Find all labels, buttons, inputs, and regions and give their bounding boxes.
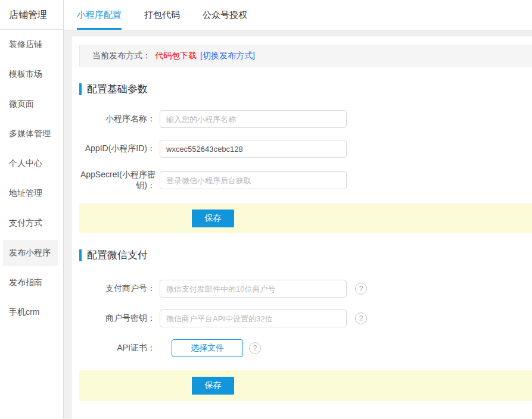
publish-mode-value: 代码包下载 [155, 51, 197, 61]
api-cert-label: API证书： [79, 343, 160, 354]
appsecret-input[interactable] [160, 171, 347, 189]
api-cert-help-icon[interactable]: ? [249, 342, 261, 354]
merchant-id-label: 支付商户号： [79, 283, 160, 294]
appid-label: AppID(小程序ID)： [79, 143, 160, 154]
config-panel: 当前发布方式： 代码包下载 [切换发布方式] 配置基础参数 小程序名称： App… [71, 36, 532, 419]
sidebar-title: 店铺管理 [0, 0, 63, 30]
publish-mode-notice: 当前发布方式： 代码包下载 [切换发布方式] [79, 45, 532, 67]
form-row-appid: AppID(小程序ID)： [79, 140, 532, 158]
tab-official-account-auth[interactable]: 公众号授权 [203, 0, 247, 30]
merchant-key-label: 商户号密钥： [79, 313, 160, 324]
form-row-merchant-key: 商户号密钥： ? [79, 309, 532, 327]
sidebar-item-mobile-crm[interactable]: 手机crm [0, 298, 63, 327]
form-row-appsecret: AppSecret(小程序密钥)： [79, 170, 532, 191]
save-bar-basic: 保存 [79, 204, 532, 233]
section-title-text: 配置微信支付 [87, 248, 148, 262]
sidebar: 店铺管理 装修店铺 模板市场 微页面 多媒体管理 个人中心 地址管理 支付方式 … [0, 0, 63, 419]
switch-publish-mode-link[interactable]: [切换发布方式] [200, 51, 255, 61]
sidebar-item-template-market[interactable]: 模板市场 [0, 60, 63, 89]
sidebar-item-decorate-shop[interactable]: 装修店铺 [0, 30, 63, 60]
sidebar-item-payment-method[interactable]: 支付方式 [0, 208, 63, 238]
sidebar-item-media-management[interactable]: 多媒体管理 [0, 119, 63, 149]
merchant-key-input[interactable] [160, 309, 347, 327]
appsecret-label: AppSecret(小程序密钥)： [79, 170, 160, 191]
form-row-api-cert: API证书： 选择文件 ? [79, 339, 532, 357]
miniprogram-name-input[interactable] [160, 110, 347, 128]
merchant-key-help-icon[interactable]: ? [355, 312, 367, 324]
form-row-miniprogram-name: 小程序名称： [79, 110, 532, 128]
choose-file-button[interactable]: 选择文件 [172, 339, 243, 357]
merchant-id-input[interactable] [160, 280, 347, 298]
save-wechat-pay-button[interactable]: 保存 [192, 377, 234, 395]
sidebar-item-publish-guide[interactable]: 发布指南 [0, 268, 63, 298]
section-title-text: 配置基础参数 [87, 82, 148, 96]
section-accent-bar [79, 249, 82, 261]
tab-miniprogram-config[interactable]: 小程序配置 [77, 0, 122, 30]
miniprogram-name-label: 小程序名称： [79, 114, 160, 124]
publish-mode-label: 当前发布方式： [92, 51, 151, 61]
sidebar-item-personal-center[interactable]: 个人中心 [0, 149, 63, 179]
sidebar-item-publish-miniprogram[interactable]: 发布小程序 [3, 240, 58, 266]
section-accent-bar [79, 83, 82, 95]
section-basic-params: 配置基础参数 [79, 83, 532, 95]
sidebar-item-address-management[interactable]: 地址管理 [0, 179, 63, 208]
section-wechat-pay: 配置微信支付 [79, 249, 532, 261]
save-bar-wechat-pay: 保存 [79, 370, 532, 401]
form-row-merchant-id: 支付商户号： ? [79, 280, 532, 298]
tab-package-code[interactable]: 打包代码 [144, 0, 180, 30]
merchant-id-help-icon[interactable]: ? [355, 283, 367, 295]
tab-bar: 小程序配置 打包代码 公众号授权 [64, 0, 532, 30]
save-basic-button[interactable]: 保存 [192, 210, 234, 227]
sidebar-item-micro-page[interactable]: 微页面 [0, 89, 63, 119]
appid-input[interactable] [160, 140, 347, 158]
